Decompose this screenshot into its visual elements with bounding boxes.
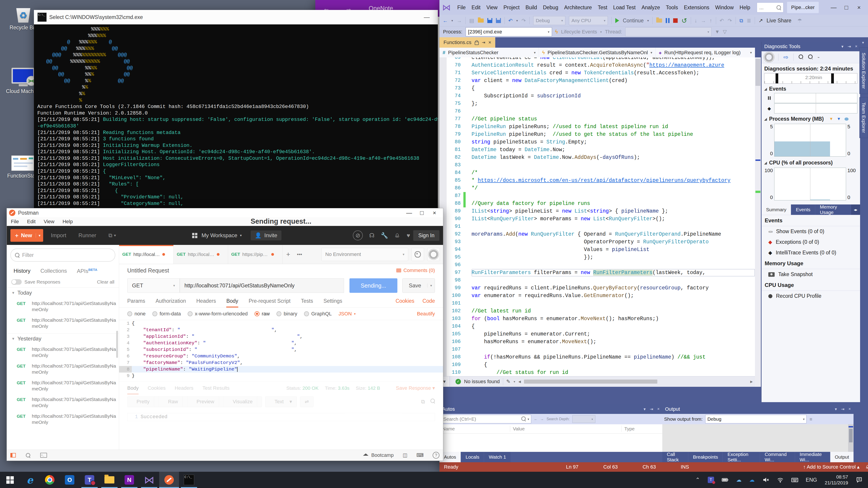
restart-icon[interactable]: ↺ [681, 17, 687, 25]
fold-margin[interactable]: − [466, 192, 471, 200]
fold-margin[interactable]: − [466, 284, 471, 292]
fold-margin[interactable]: − [466, 261, 471, 269]
search-depth-dropdown[interactable]: ▾ [572, 415, 595, 423]
export-icon[interactable]: ⇨ [783, 54, 788, 61]
vs-search-box[interactable]: ... [757, 2, 783, 12]
save-icon[interactable] [487, 18, 492, 23]
shortcuts-icon[interactable]: ⌨ [416, 452, 424, 458]
menu-item[interactable]: Architecture [561, 4, 595, 11]
stop-debugging-icon[interactable] [673, 18, 678, 23]
fold-margin[interactable]: − [466, 184, 471, 192]
sidebar-scrollbar[interactable] [116, 331, 118, 358]
maximize-button[interactable]: □ [840, 4, 852, 11]
taskbar-postman[interactable] [159, 472, 179, 488]
add-to-source-control-button[interactable]: ↑ Add to Source Control ▴ [803, 464, 860, 470]
breakpoint-margin[interactable] [439, 61, 447, 69]
hot-reload-icon[interactable] [656, 19, 662, 23]
fold-margin[interactable]: − [466, 161, 471, 169]
history-item[interactable]: GET http://localhost:7071/api/GetStatusB… [7, 394, 119, 411]
tab-solution-explorer[interactable]: Solution Explorer [860, 47, 868, 94]
output-source-dropdown[interactable]: Debug▾ [705, 415, 807, 423]
navigate-forward-icon[interactable]: → [457, 18, 462, 24]
diagnostics-summary-row[interactable]: ◆ IntelliTrace Events (0 of 0) [762, 248, 860, 258]
close-icon[interactable]: × [855, 44, 857, 49]
output-scrollbar[interactable] [848, 424, 854, 452]
panel-tab[interactable]: Immediate Wi... [795, 452, 830, 462]
diagnostics-summary-row[interactable]: «» Show Events (0 of 0) [762, 226, 860, 237]
menu-item[interactable]: Edit [469, 4, 484, 11]
hscroll-right-icon[interactable]: ▸ [750, 379, 753, 385]
history-item[interactable]: GET http://localhost:7071/api/GetStatusB… [7, 344, 119, 361]
collapse-icon[interactable]: ◢ [764, 87, 767, 91]
undo-icon[interactable]: ↶ [508, 18, 513, 24]
fold-margin[interactable]: − [466, 254, 471, 261]
fold-margin[interactable]: − [466, 57, 471, 61]
fold-margin[interactable]: − [466, 100, 471, 107]
fold-margin[interactable]: − [466, 207, 471, 215]
onedrive-business-icon[interactable]: ☁ [749, 477, 755, 483]
maximize-button[interactable]: □ [415, 209, 428, 217]
fold-margin[interactable]: − [466, 154, 471, 161]
cmd-minimize-button[interactable]: — [424, 14, 434, 21]
feedback-icon[interactable]: ☂ [797, 18, 802, 24]
continue-button-icon[interactable] [615, 18, 619, 23]
column-type[interactable]: Type [622, 426, 662, 432]
break-all-icon[interactable] [666, 18, 670, 23]
fold-margin[interactable]: − [466, 307, 471, 315]
vs-solution-chip[interactable]: Pipe...cker [787, 2, 819, 13]
taskbar-teams[interactable]: T [80, 472, 99, 488]
pin-icon[interactable]: ⇥ [482, 40, 485, 45]
panel-tab[interactable]: Memory Usage [815, 204, 850, 215]
menu-item[interactable]: View [43, 219, 54, 225]
fold-margin[interactable]: − [466, 123, 471, 131]
fold-margin[interactable]: − [466, 69, 471, 77]
pin-icon[interactable]: ⇥ [650, 407, 653, 412]
column-name[interactable]: Name [439, 426, 510, 432]
tab-team-explorer[interactable]: Team Explorer [860, 97, 868, 138]
editor-scrollbar[interactable] [755, 57, 761, 387]
start-button[interactable] [0, 472, 20, 488]
runner-button[interactable]: Runner [74, 229, 101, 242]
onedrive-icon[interactable]: ☁ [736, 477, 742, 483]
panel-dropdown-icon[interactable]: ▾ [835, 407, 837, 412]
fold-margin[interactable]: − [466, 276, 471, 284]
breakpoint-margin[interactable] [439, 100, 447, 107]
breakpoint-margin[interactable] [439, 77, 447, 85]
collapse-icon[interactable]: ◢ [764, 117, 767, 121]
tab-history[interactable]: History [13, 268, 31, 274]
menu-item[interactable]: Debug [540, 4, 561, 11]
import-button[interactable]: Import [46, 229, 71, 242]
hscroll-left-icon[interactable]: ◂ [518, 379, 521, 385]
fold-margin[interactable]: − [466, 223, 471, 230]
search-back-icon[interactable]: ← [534, 417, 537, 421]
two-pane-icon[interactable]: ◫ [403, 452, 407, 458]
live-share-label[interactable]: Live Share [767, 18, 792, 24]
breakpoint-margin[interactable] [439, 69, 447, 77]
history-group-today[interactable]: ▾Today [7, 288, 119, 298]
breakpoint-margin[interactable] [439, 161, 447, 169]
autos-search-input[interactable]: Search (Ctrl+E)▾ [441, 415, 531, 423]
tab-functions-cs[interactable]: Functions.cs ⇥ × [439, 37, 495, 48]
diagnostics-timeline[interactable]: 2:20min [764, 73, 857, 84]
process-dropdown[interactable]: [2396] cmd.exe▾ [466, 27, 552, 36]
console-icon[interactable]: >_ [40, 453, 47, 458]
pin-icon[interactable]: ⇥ [847, 44, 851, 49]
navigate-back-icon[interactable]: ← [442, 18, 448, 24]
taskbar-onenote[interactable]: N [119, 472, 139, 488]
breakpoint-margin[interactable] [439, 131, 447, 138]
help-icon[interactable]: ? [433, 452, 439, 459]
fold-margin[interactable]: − [466, 146, 471, 154]
fold-margin[interactable]: − [466, 269, 471, 276]
panel-tab[interactable]: Command Wi... [760, 452, 795, 462]
fold-margin[interactable]: − [466, 107, 471, 115]
close-tab-icon[interactable]: × [489, 39, 491, 45]
autos-titlebar[interactable]: Autos ▾⇥× [439, 404, 662, 414]
fold-margin[interactable]: − [466, 115, 471, 123]
minimize-button[interactable]: — [403, 209, 415, 217]
panel-dropdown-icon[interactable]: ▾ [644, 407, 646, 412]
breakpoint-margin[interactable] [439, 154, 447, 161]
menu-item[interactable]: Help [63, 219, 73, 225]
panel-dropdown-icon[interactable]: ▾ [841, 44, 843, 49]
breakpoint-margin[interactable] [439, 146, 447, 154]
menu-item[interactable]: File [454, 4, 469, 11]
